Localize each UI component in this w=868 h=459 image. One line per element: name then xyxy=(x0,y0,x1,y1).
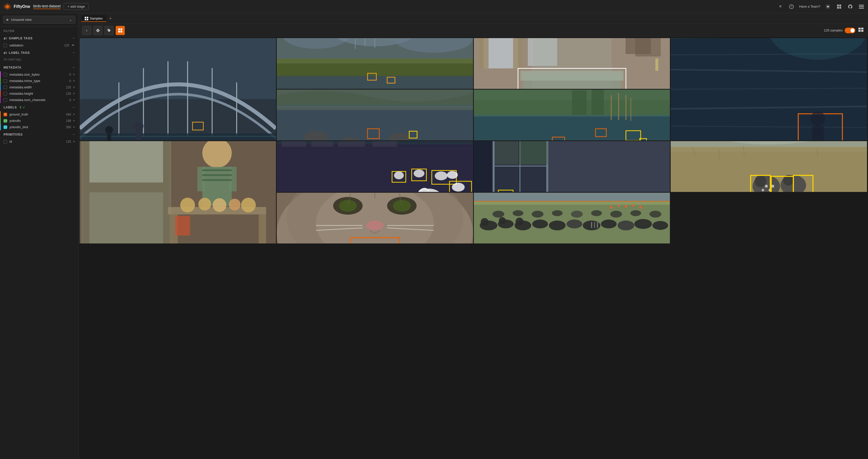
grid-image-6[interactable] xyxy=(277,90,473,140)
width-chevron-icon[interactable]: ▾ xyxy=(73,86,75,89)
yolov8n-item[interactable]: ✓ yolov8n 199 ▾ xyxy=(0,118,79,124)
mime-type-label: metadata.mime_type xyxy=(9,79,67,83)
grid-image-7[interactable] xyxy=(474,90,670,140)
width-checkbox[interactable] xyxy=(4,86,7,89)
metadata-num-channels-item[interactable]: metadata.num_channels 0 ▾ xyxy=(0,97,79,103)
ground-truth-checkbox[interactable] xyxy=(4,113,7,116)
tag-button[interactable] xyxy=(104,26,114,35)
labels-collapse-icon[interactable]: − xyxy=(72,105,75,110)
sample-tags-collapse-icon[interactable]: − xyxy=(72,36,75,40)
id-item[interactable]: id 125 ▾ xyxy=(0,138,79,145)
metadata-mime-type-item[interactable]: metadata.mime_type 0 ▾ xyxy=(0,78,79,84)
sun-icon-button[interactable] xyxy=(825,3,832,10)
layout-icon xyxy=(858,28,863,32)
validation-eye-icon[interactable]: 👁 xyxy=(71,44,75,47)
sample-tag-validation-item[interactable]: validation 125 👁 xyxy=(0,42,79,49)
svg-point-189 xyxy=(762,189,764,192)
height-checkbox[interactable] xyxy=(4,92,7,95)
metadata-header-left: METADATA xyxy=(4,66,21,69)
svg-point-221 xyxy=(499,217,505,224)
yolov8n-checkbox[interactable]: ✓ xyxy=(4,119,7,123)
grid-image-10[interactable] xyxy=(671,141,867,192)
mime-type-chevron-icon[interactable]: ▾ xyxy=(73,79,75,83)
primitives-collapse-icon[interactable]: − xyxy=(72,132,75,137)
yolov8n-chevron-icon[interactable]: ▾ xyxy=(73,119,75,122)
metadata-label: METADATA xyxy=(4,66,21,69)
svg-rect-96 xyxy=(90,141,163,182)
validation-checkbox[interactable] xyxy=(4,44,7,47)
svg-rect-73 xyxy=(655,59,658,71)
yolov8n-bird-checkbox[interactable]: ✓ xyxy=(4,125,7,129)
github-icon-button[interactable] xyxy=(847,3,854,10)
svg-rect-28 xyxy=(118,31,120,32)
id-chevron-icon[interactable]: ▾ xyxy=(73,140,75,143)
svg-line-13 xyxy=(829,5,830,6)
svg-rect-65 xyxy=(484,38,518,68)
grid-image-8[interactable] xyxy=(277,141,473,192)
sample-tags-header-left: 🏷 SAMPLE TAGS xyxy=(4,36,32,40)
metadata-width-item[interactable]: metadata.width 125 ▾ xyxy=(0,84,79,90)
have-team-link[interactable]: Have a Team? xyxy=(799,5,820,8)
num-channels-chevron-icon[interactable]: ▾ xyxy=(73,98,75,102)
height-chevron-icon[interactable]: ▾ xyxy=(73,92,75,95)
num-channels-checkbox[interactable] xyxy=(4,98,7,102)
size-bytes-chevron-icon[interactable]: ▾ xyxy=(73,73,75,76)
metadata-size-bytes-item[interactable]: metadata.size_bytes 0 ▾ xyxy=(0,71,79,78)
svg-point-241 xyxy=(610,211,622,218)
width-count: 125 xyxy=(66,86,71,89)
yolov8n-bird-item[interactable]: ✓ yolov8n_bird 350 ▾ xyxy=(0,124,79,130)
label-tags-collapse-icon[interactable]: − xyxy=(72,51,75,55)
svg-rect-147 xyxy=(311,141,333,147)
yolov8n-bird-chevron-icon[interactable]: ▾ xyxy=(73,125,75,129)
add-tab-button[interactable]: + xyxy=(107,16,114,21)
grid-image-4[interactable] xyxy=(671,38,867,140)
grid-image-5[interactable] xyxy=(80,141,276,243)
grid-view-button[interactable] xyxy=(116,26,125,35)
samples-tab-label: Samples xyxy=(90,17,103,20)
help-icon-button[interactable]: ? xyxy=(788,3,795,10)
samples-toggle[interactable] xyxy=(845,28,855,33)
metadata-section-header[interactable]: METADATA − xyxy=(0,63,79,71)
question-icon: ? xyxy=(789,4,794,9)
svg-rect-72 xyxy=(636,38,660,56)
grid-icon-button[interactable] xyxy=(836,3,843,10)
mime-type-checkbox[interactable] xyxy=(4,79,7,83)
image-grid[interactable] xyxy=(79,37,868,459)
unsaved-view-button[interactable]: Unsaved view ⌄ xyxy=(3,16,75,24)
sidebar-scroll[interactable]: FILTER 🏷 SAMPLE TAGS − validation 125 👁 … xyxy=(0,26,79,459)
metadata-height-item[interactable]: metadata.height 125 ▾ xyxy=(0,90,79,97)
menu-icon xyxy=(859,4,864,9)
labels-label: LABELS xyxy=(4,106,17,109)
dataset-name-label: birds-test-dataset xyxy=(33,4,61,9)
svg-text:?: ? xyxy=(790,5,792,8)
menu-icon-button[interactable] xyxy=(858,3,865,10)
svg-rect-22 xyxy=(85,17,86,18)
grid-image-9[interactable] xyxy=(474,141,670,192)
id-checkbox[interactable] xyxy=(4,140,7,143)
labels-section-header[interactable]: LABELS 3 ✓ − xyxy=(0,103,79,111)
svg-point-155 xyxy=(394,171,404,179)
sample-tags-section-header[interactable]: 🏷 SAMPLE TAGS − xyxy=(0,34,79,42)
svg-point-225 xyxy=(549,221,565,231)
grid-image-11[interactable] xyxy=(277,193,473,243)
ground-truth-item[interactable]: ground_truth 440 ▾ xyxy=(0,111,79,118)
svg-rect-67 xyxy=(478,38,489,68)
metadata-collapse-icon[interactable]: − xyxy=(72,65,75,70)
settings-button[interactable] xyxy=(93,26,102,35)
grid-image-3[interactable] xyxy=(474,38,670,89)
primitives-section-header[interactable]: PRIMITIVES − xyxy=(0,130,79,138)
ground-truth-chevron-icon[interactable]: ▾ xyxy=(73,113,75,116)
close-icon-button[interactable]: × xyxy=(777,3,784,10)
back-button[interactable]: ‹ xyxy=(82,26,91,35)
image-9-visual xyxy=(474,141,670,192)
grid-image-2[interactable] xyxy=(277,38,473,89)
size-bytes-checkbox[interactable] xyxy=(4,73,7,77)
grid-image-1[interactable] xyxy=(80,38,276,140)
tab-samples[interactable]: Samples xyxy=(81,15,106,22)
svg-point-239 xyxy=(571,211,583,218)
svg-rect-20 xyxy=(859,6,864,7)
add-stage-button[interactable]: + add stage xyxy=(64,3,89,10)
grid-image-12[interactable] xyxy=(474,193,670,243)
label-tags-section-header[interactable]: 🏷 LABEL TAGS − xyxy=(0,49,79,57)
layout-icon-button[interactable] xyxy=(857,27,864,34)
